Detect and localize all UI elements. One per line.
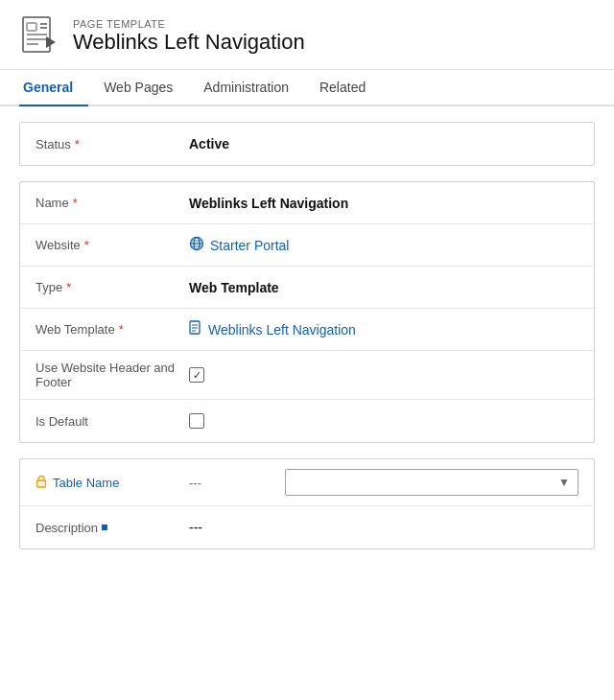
header-text-block: PAGE TEMPLATE Weblinks Left Navigation — [73, 18, 305, 55]
is-default-value — [189, 413, 579, 429]
table-name-dash: --- — [189, 476, 285, 490]
tab-web-pages[interactable]: Web Pages — [100, 70, 188, 106]
is-default-label: Is Default — [35, 414, 189, 429]
use-website-header-footer-checkbox[interactable] — [189, 367, 204, 383]
is-default-checkbox-container — [189, 413, 579, 429]
website-required-star: * — [84, 238, 89, 252]
description-row: Description --- — [20, 506, 594, 548]
description-value: --- — [189, 520, 579, 535]
table-name-dropdown[interactable]: ▼ — [285, 469, 579, 496]
name-value: Weblinks Left Navigation — [189, 196, 579, 211]
status-row: Status * Active — [20, 123, 594, 165]
is-default-row: Is Default — [20, 400, 594, 442]
name-label: Name * — [35, 196, 189, 210]
svg-rect-17 — [37, 480, 46, 487]
description-label: Description — [35, 521, 189, 535]
website-link-text[interactable]: Starter Portal — [210, 238, 289, 253]
tab-general[interactable]: General — [19, 70, 88, 106]
globe-icon — [189, 236, 204, 254]
page-template-icon — [19, 15, 61, 58]
page-title: Weblinks Left Navigation — [73, 30, 305, 55]
page-header: PAGE TEMPLATE Weblinks Left Navigation — [0, 0, 614, 70]
type-value: Web Template — [189, 280, 579, 295]
web-template-value[interactable]: Weblinks Left Navigation — [189, 320, 579, 338]
web-template-row: Web Template * Weblinks Left Navigation — [20, 309, 594, 351]
page-template-label: PAGE TEMPLATE — [73, 18, 305, 30]
status-label: Status * — [35, 137, 189, 152]
type-required-star: * — [66, 280, 71, 294]
web-template-link-text[interactable]: Weblinks Left Navigation — [208, 322, 356, 338]
website-row: Website * Starter Portal — [20, 224, 594, 267]
svg-marker-7 — [46, 36, 56, 48]
type-label: Type * — [35, 280, 189, 294]
status-value: Active — [189, 136, 579, 152]
website-value[interactable]: Starter Portal — [189, 236, 579, 254]
use-website-header-footer-label: Use Website Header and Footer — [35, 361, 189, 389]
tab-related[interactable]: Related — [316, 70, 381, 106]
lock-icon — [35, 475, 47, 491]
use-website-header-footer-row: Use Website Header and Footer — [20, 351, 594, 400]
status-section: Status * Active — [19, 122, 595, 166]
table-name-text: Table Name — [53, 476, 119, 490]
type-row: Type * Web Template — [20, 267, 594, 309]
details-section: Name * Weblinks Left Navigation Website … — [19, 181, 595, 443]
tab-bar: General Web Pages Administration Related — [0, 70, 614, 106]
dropdown-arrow-icon: ▼ — [558, 476, 570, 489]
web-template-required-star: * — [119, 322, 124, 337]
is-default-checkbox[interactable] — [189, 413, 204, 429]
doc-icon — [189, 320, 202, 338]
description-required-dot — [102, 525, 107, 530]
use-website-header-footer-value — [189, 367, 579, 383]
table-name-label: Table Name — [35, 475, 189, 491]
web-template-label: Web Template * — [35, 322, 189, 337]
table-name-section: Table Name --- ▼ Description --- — [19, 458, 595, 549]
use-website-header-footer-checkbox-container — [189, 367, 579, 383]
website-label: Website * — [35, 238, 189, 252]
name-required-star: * — [73, 196, 78, 210]
tab-administration[interactable]: Administration — [200, 70, 304, 106]
table-name-row: Table Name --- ▼ — [20, 459, 594, 506]
status-required-star: * — [75, 137, 80, 152]
name-row: Name * Weblinks Left Navigation — [20, 182, 594, 224]
